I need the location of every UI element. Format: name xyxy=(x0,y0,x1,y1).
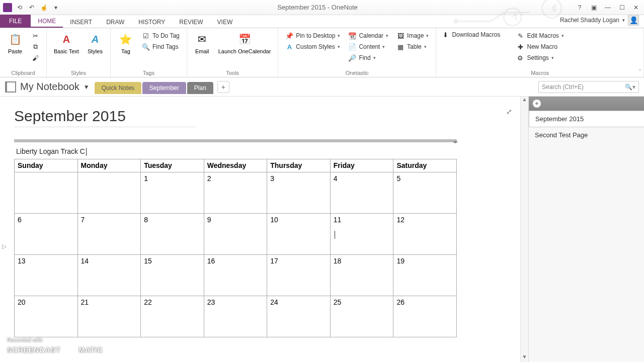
close-icon[interactable]: ✕ xyxy=(631,4,641,11)
calendar-cell[interactable] xyxy=(77,172,141,214)
calendar-cell[interactable]: 23 xyxy=(204,296,267,337)
new-macro-button[interactable]: ✚New Macro xyxy=(515,42,565,51)
calendar-cell[interactable]: 5 xyxy=(393,172,457,214)
brand-left: SCREENCAST xyxy=(7,346,60,354)
calendar-cell[interactable]: 10 xyxy=(267,214,331,255)
calendar-cell[interactable]: 17 xyxy=(267,255,331,296)
calendar-cell[interactable]: 16 xyxy=(204,255,267,296)
section-tab-september[interactable]: September xyxy=(142,82,186,94)
scroll-down-icon[interactable]: ▼ xyxy=(521,354,528,362)
format-painter-button[interactable]: 🖌 xyxy=(30,53,40,62)
styles-button[interactable]: A Styles xyxy=(84,30,106,55)
ribbon-tab-strip: FILE HOME INSERT DRAW HISTORY REVIEW VIE… xyxy=(0,15,644,28)
tag-label: Tag xyxy=(121,48,130,54)
calendar-cell[interactable]: 20 xyxy=(15,296,78,337)
table-menu-button[interactable]: ▦Table xyxy=(395,42,430,51)
page-title[interactable]: September 2015 xyxy=(14,108,196,127)
help-icon[interactable]: ? xyxy=(575,4,585,11)
table-icon: ▦ xyxy=(396,43,405,51)
find-icon: 🔎 xyxy=(348,54,356,62)
calendar-cell[interactable]: 8 xyxy=(141,214,204,255)
calendar-cell[interactable]: 6 xyxy=(15,214,78,255)
calendar-cell[interactable] xyxy=(15,172,78,214)
qat-back-icon[interactable]: ⟲ xyxy=(15,3,24,12)
custom-styles-button[interactable]: ACustom Styles xyxy=(284,42,341,51)
user-account[interactable]: Rachel Shaddy Logan ▾ 👤 xyxy=(555,13,644,28)
calendar-cell[interactable]: 13 xyxy=(15,255,78,296)
add-page-button[interactable]: + xyxy=(529,97,644,111)
calendar-cell[interactable]: 25 xyxy=(330,296,393,337)
group-onetastic-label: Onetastic xyxy=(282,69,432,76)
tab-file[interactable]: FILE xyxy=(0,15,31,28)
qat-touch-icon[interactable]: ☝ xyxy=(39,3,48,12)
ribbon-display-icon[interactable]: ▣ xyxy=(589,4,599,11)
calendar-cell[interactable]: 2 xyxy=(204,172,267,214)
notebook-selector[interactable]: My Notebook ▼ xyxy=(5,81,90,93)
calendar-cell[interactable]: 9 xyxy=(204,214,267,255)
qat-undo-icon[interactable]: ↶ xyxy=(27,3,36,12)
paste-button[interactable]: 📋 Paste xyxy=(4,30,26,55)
maximize-icon[interactable]: ☐ xyxy=(617,4,627,11)
pin-icon: 📌 xyxy=(285,32,293,40)
calendar-cell[interactable]: 15 xyxy=(141,255,204,296)
page-item-current[interactable]: September 2015 xyxy=(529,111,644,127)
tab-review[interactable]: REVIEW xyxy=(172,17,210,28)
container-resize-handle[interactable]: ◂▸ xyxy=(453,139,458,144)
tab-insert[interactable]: INSERT xyxy=(63,17,99,28)
new-section-button[interactable]: + xyxy=(217,81,229,93)
tab-history[interactable]: HISTORY xyxy=(131,17,172,28)
user-avatar-icon: 👤 xyxy=(628,15,639,26)
edit-macros-button[interactable]: ✎Edit Macros xyxy=(515,31,565,40)
calendar-cell[interactable]: 22 xyxy=(141,296,204,337)
calendar-cell[interactable]: 11 xyxy=(330,214,393,255)
find-menu-button[interactable]: 🔎Find xyxy=(347,53,389,62)
main-area: ⤢ September 2015 ◂▸ ▷ Liberty Logan Trac… xyxy=(0,97,644,362)
basic-text-button[interactable]: A Basic Text xyxy=(51,30,82,55)
calendar-cell[interactable]: 12 xyxy=(393,214,457,255)
tab-view[interactable]: VIEW xyxy=(210,17,240,28)
window-title: September 2015 - OneNote xyxy=(60,4,575,11)
calendar-cell[interactable]: 4 xyxy=(330,172,393,214)
group-clipboard: 📋 Paste ✂ ⧉ 🖌 Clipboard xyxy=(0,28,47,77)
pin-desktop-button[interactable]: 📌Pin to Desktop xyxy=(284,31,341,40)
calendar-cell[interactable]: 14 xyxy=(77,255,141,296)
tab-home[interactable]: HOME xyxy=(31,16,63,28)
minimize-icon[interactable]: — xyxy=(603,4,613,11)
search-input[interactable]: Search (Ctrl+E) 🔍▾ xyxy=(538,81,639,93)
qat-customize-icon[interactable]: ▾ xyxy=(51,3,60,12)
calendar-cell[interactable]: 1 xyxy=(141,172,204,214)
calendar-cell[interactable]: 21 xyxy=(77,296,141,337)
email-button[interactable]: ✉ Email xyxy=(191,30,213,55)
calendar-menu-button[interactable]: 📆Calendar xyxy=(347,31,389,40)
settings-button[interactable]: ⚙Settings xyxy=(515,53,565,62)
calendar-cell[interactable]: 19 xyxy=(393,255,457,296)
copy-button[interactable]: ⧉ xyxy=(30,42,40,51)
calendar-cell[interactable]: 18 xyxy=(330,255,393,296)
tab-draw[interactable]: DRAW xyxy=(99,17,131,28)
launch-onecalendar-button[interactable]: 📅 Launch OneCalendar xyxy=(215,30,274,55)
find-tags-button[interactable]: 🔍Find Tags xyxy=(141,42,181,51)
image-menu-button[interactable]: 🖼Image xyxy=(395,31,430,40)
calendar-cell[interactable]: 24 xyxy=(267,296,331,337)
recorded-with-label: Recorded with xyxy=(7,337,103,343)
row-move-handle-icon[interactable]: ▷ xyxy=(2,243,7,250)
calendar-caption[interactable]: Liberty Logan Track C xyxy=(14,142,457,159)
content-menu-button[interactable]: 📄Content xyxy=(347,42,389,51)
download-macros-button[interactable]: ⬇Download Macros xyxy=(440,30,501,39)
section-tab-quicknotes[interactable]: Quick Notes xyxy=(95,82,141,94)
section-tab-plan[interactable]: Plan xyxy=(187,82,213,94)
cut-button[interactable]: ✂ xyxy=(30,31,40,40)
vertical-scrollbar[interactable]: ▲ ▼ xyxy=(520,97,528,362)
tag-button[interactable]: ⭐ Tag xyxy=(115,30,137,55)
calendar-cell[interactable]: 7 xyxy=(77,214,141,255)
calendar-table[interactable]: Sunday Monday Tuesday Wednesday Thursday… xyxy=(14,159,457,337)
todo-tag-button[interactable]: ☑To Do Tag xyxy=(141,31,181,40)
table-menu-label: Table xyxy=(407,43,422,50)
scroll-up-icon[interactable]: ▲ xyxy=(521,97,528,105)
calendar-cell[interactable]: 3 xyxy=(267,172,331,214)
collapse-ribbon-icon[interactable]: ˆ xyxy=(639,69,641,75)
fullscreen-icon[interactable]: ⤢ xyxy=(506,108,512,116)
calendar-cell[interactable]: 26 xyxy=(393,296,457,337)
page-item-second[interactable]: Second Test Page xyxy=(529,127,644,143)
document-canvas[interactable]: ⤢ September 2015 ◂▸ ▷ Liberty Logan Trac… xyxy=(0,97,520,362)
